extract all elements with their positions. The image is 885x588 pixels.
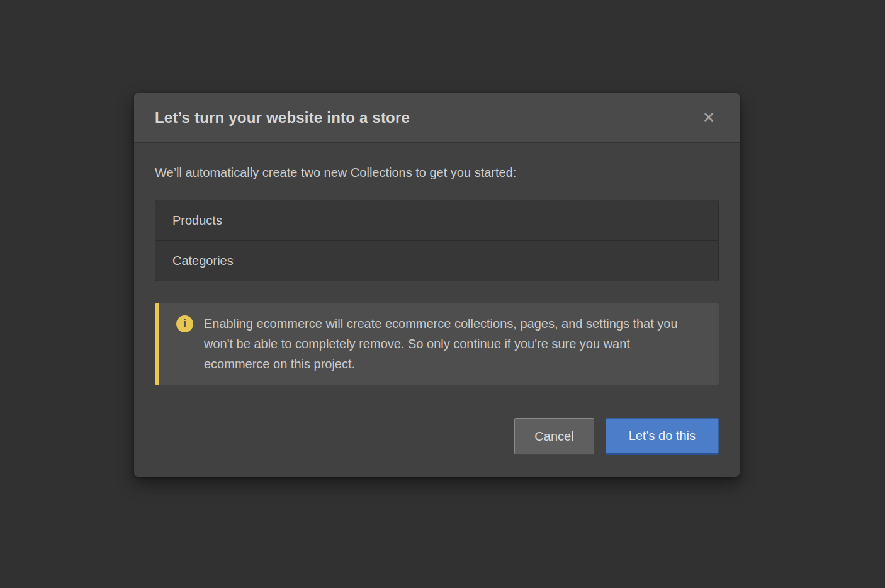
info-icon: i — [176, 315, 193, 332]
list-item-categories: Categories — [155, 240, 718, 281]
close-icon: ✕ — [702, 109, 715, 126]
close-button[interactable]: ✕ — [699, 108, 719, 128]
dialog-actions: Cancel Let’s do this — [155, 418, 719, 455]
cancel-button[interactable]: Cancel — [514, 418, 594, 455]
collection-label: Products — [172, 213, 222, 228]
intro-text: We’ll automatically create two new Colle… — [155, 166, 719, 180]
dialog-title: Let’s turn your website into a store — [155, 109, 410, 127]
dialog-header: Let’s turn your website into a store ✕ — [134, 93, 740, 143]
list-item-products: Products — [155, 200, 718, 240]
enable-ecommerce-dialog: Let’s turn your website into a store ✕ W… — [134, 93, 740, 477]
warning-callout: i Enabling ecommerce will create ecommer… — [155, 303, 719, 385]
confirm-button[interactable]: Let’s do this — [606, 418, 719, 455]
dialog-body: We’ll automatically create two new Colle… — [134, 166, 740, 455]
collection-label: Categories — [172, 254, 234, 268]
collection-list: Products Categories — [155, 200, 719, 281]
warning-text: Enabling ecommerce will create ecommerce… — [204, 314, 692, 374]
